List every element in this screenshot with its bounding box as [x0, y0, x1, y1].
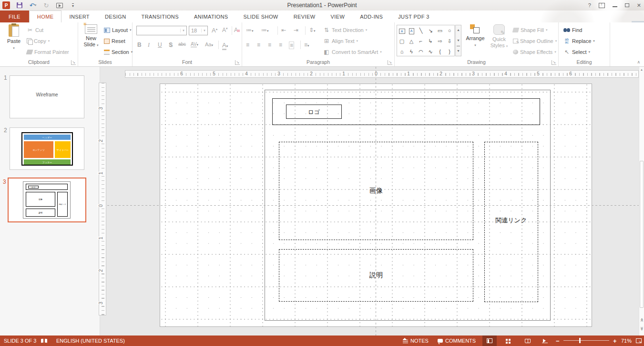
zoom-slider-thumb[interactable] [579, 338, 581, 343]
grow-font-button[interactable]: A▴ [212, 27, 217, 34]
tab-view[interactable]: VIEW [323, 10, 352, 22]
tab-slide-show[interactable]: SLIDE SHOW [236, 10, 286, 22]
tab-design[interactable]: DESIGN [97, 10, 134, 22]
select-button[interactable]: ↖Select▾ [563, 47, 590, 57]
arc-shape-icon[interactable]: ◠ [416, 49, 426, 55]
tab-review[interactable]: REVIEW [286, 10, 323, 22]
font-name-combo[interactable]: ▾ [136, 26, 187, 35]
fit-slide-button[interactable] [636, 336, 642, 346]
align-center-button[interactable]: ≡ [257, 42, 260, 48]
normal-view-button[interactable] [482, 336, 497, 346]
drawing-dialog-launcher[interactable]: ↘ [552, 60, 556, 65]
paste-button[interactable]: Paste▾ [3, 24, 25, 51]
columns-button[interactable]: ≡▾ [304, 42, 309, 48]
strikethrough-button[interactable]: abc [178, 42, 186, 47]
replace-button[interactable]: abacReplace▾ [563, 36, 595, 46]
tab-file[interactable]: FILE [0, 10, 29, 22]
vertical-scrollbar[interactable]: ▲ ≪ ≪ [639, 67, 644, 336]
cut-button[interactable]: ✂Cut [27, 25, 43, 35]
triangle-shape-icon[interactable]: △ [407, 38, 416, 44]
vertical-guide[interactable] [376, 67, 376, 336]
zoom-level[interactable]: 71% [621, 336, 632, 346]
rectangle-shape-icon[interactable]: ▭ [435, 28, 445, 34]
tab-transitions[interactable]: TRANSITIONS [134, 10, 186, 22]
decrease-indent-button[interactable]: ⇤ [281, 27, 286, 33]
section-button[interactable]: Section▾ [104, 47, 133, 57]
text-box-shape-icon[interactable]: A [397, 28, 407, 34]
tab-animations[interactable]: ANIMATIONS [186, 10, 236, 22]
clipboard-dialog-launcher[interactable]: ↘ [71, 60, 76, 65]
collapse-ribbon-icon[interactable]: ∧ [637, 60, 640, 64]
shapes-scroll-down-icon[interactable]: ▼ [457, 36, 460, 45]
freeform-shape-icon[interactable]: ⌂ [397, 49, 407, 54]
tab-home[interactable]: HOME [29, 10, 62, 22]
elbow-arrow-connector-shape-icon[interactable]: ↳ [426, 38, 435, 44]
slide-show-view-button[interactable] [538, 336, 552, 346]
bullets-button[interactable]: ≔▾ [246, 27, 254, 33]
shapes-scroll-up-icon[interactable]: ▲ [457, 25, 460, 35]
copy-button[interactable]: Copy▾ [27, 36, 50, 46]
layout-button[interactable]: Layout▾ [104, 25, 132, 35]
curve-shape-icon[interactable]: ∿ [426, 49, 435, 55]
next-slide-icon[interactable]: ≪ [641, 326, 643, 331]
notes-button[interactable]: NOTES [403, 336, 429, 346]
language-indicator[interactable]: ENGLISH (UNITED STATES) [56, 336, 125, 346]
change-case-button[interactable]: Aa▾ [205, 42, 213, 47]
slide-sorter-view-button[interactable] [501, 336, 515, 346]
arrange-button[interactable]: Arrange▾ [464, 24, 486, 48]
underline-button[interactable]: U [158, 42, 162, 48]
character-spacing-button[interactable]: AV▾ [191, 42, 198, 47]
shrink-font-button[interactable]: A▾ [222, 27, 228, 33]
text-shadow-button[interactable]: S [169, 42, 173, 48]
font-dialog-launcher[interactable]: ↘ [235, 60, 240, 65]
italic-button[interactable]: I [148, 42, 150, 49]
wireframe-links-box[interactable]: 関連リンク [484, 142, 538, 302]
wireframe-image-box[interactable]: 画像 [279, 142, 473, 240]
shapes-more-icon[interactable]: ▼ [457, 46, 460, 56]
arrow-shape-icon[interactable]: ↘ [426, 28, 435, 34]
scrollbar-thumb[interactable] [640, 161, 644, 308]
elbow-connector-shape-icon[interactable]: ⌐ [416, 38, 426, 44]
font-size-dropdown-icon[interactable]: ▾ [201, 29, 207, 32]
right-brace-shape-icon[interactable]: } [445, 49, 454, 54]
new-slide-button[interactable]: New Slide ▾ [80, 24, 102, 48]
ribbon-display-options-icon[interactable] [599, 3, 605, 8]
tab-just-pdf-3[interactable]: JUST PDF 3 [390, 10, 437, 22]
quick-styles-button[interactable]: Quick Styles ▾ [488, 24, 510, 49]
tab-add-ins[interactable]: ADD-INS [352, 10, 390, 22]
reset-button[interactable]: Reset [104, 36, 125, 46]
increase-indent-button[interactable]: ⇥ [294, 27, 298, 33]
shape-outline-button[interactable]: Shape Outline▾ [513, 36, 557, 46]
shape-effects-button[interactable]: Shape Effects▾ [513, 47, 556, 57]
help-icon[interactable]: ? [588, 2, 591, 8]
right-arrow-shape-icon[interactable]: ⇨ [435, 38, 445, 44]
spell-check-icon[interactable] [41, 336, 47, 346]
rounded-rectangle-shape-icon[interactable]: ▢ [397, 38, 407, 44]
find-button[interactable]: Find [563, 25, 582, 35]
zoom-slider[interactable] [563, 340, 609, 341]
previous-slide-icon[interactable]: ≪ [641, 318, 643, 322]
reading-view-button[interactable] [521, 336, 535, 346]
slide-2-thumbnail[interactable]: ヘッダー コンテンツ サイドバー フッター [10, 127, 84, 170]
comments-button[interactable]: COMMENTS [438, 336, 476, 346]
left-brace-shape-icon[interactable]: { [435, 49, 445, 54]
format-painter-button[interactable]: Format Painter [27, 47, 69, 57]
horizontal-guide[interactable] [107, 205, 640, 206]
zoom-in-button[interactable]: + [613, 336, 617, 346]
font-name-dropdown-icon[interactable]: ▾ [180, 29, 186, 32]
line-spacing-button[interactable]: ⇕▾ [309, 27, 316, 33]
numbering-button[interactable]: ≔▾ [261, 27, 269, 33]
restore-icon[interactable] [625, 3, 629, 7]
tab-insert[interactable]: INSERT [61, 10, 97, 22]
shape-fill-button[interactable]: Shape Fill▾ [513, 25, 547, 35]
convert-to-smartart-button[interactable]: ◧Convert to SmartArt▾ [323, 47, 382, 57]
oval-shape-icon[interactable]: ○ [445, 28, 454, 33]
down-arrow-shape-icon[interactable]: ⇩ [445, 38, 454, 44]
zoom-out-button[interactable]: − [556, 336, 560, 346]
vertical-text-box-shape-icon[interactable]: A [407, 27, 416, 34]
scroll-up-icon[interactable]: ▲ [639, 68, 644, 71]
align-text-button[interactable]: ⊞Align Text▾ [323, 36, 358, 46]
close-icon[interactable]: ✕ [637, 2, 641, 9]
slide-indicator[interactable]: SLIDE 3 OF 3 [4, 336, 36, 346]
paragraph-dialog-launcher[interactable]: ↘ [388, 60, 392, 65]
